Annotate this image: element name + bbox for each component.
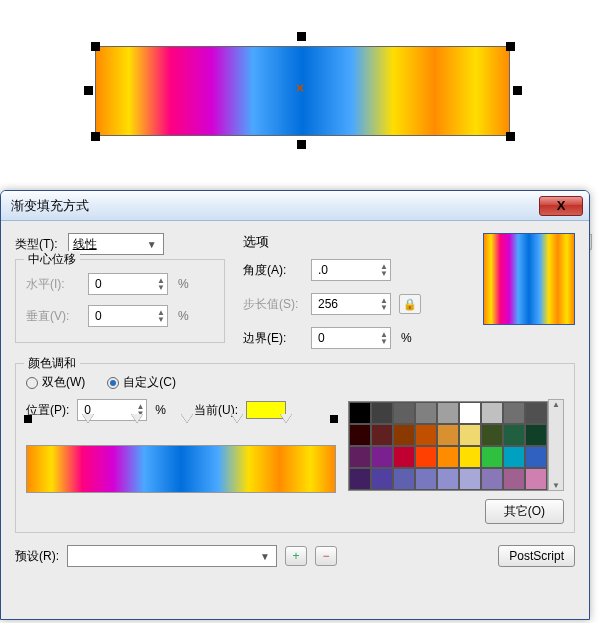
palette-swatch[interactable] bbox=[415, 446, 437, 468]
palette-swatch[interactable] bbox=[371, 402, 393, 424]
palette-swatch[interactable] bbox=[393, 402, 415, 424]
radio-icon bbox=[26, 377, 38, 389]
lock-icon[interactable]: 🔒 bbox=[399, 294, 421, 314]
gradient-editor[interactable] bbox=[26, 445, 336, 493]
titlebar[interactable]: 渐变填充方式 X bbox=[1, 191, 589, 221]
selection-handle-s[interactable] bbox=[297, 140, 306, 149]
percent-suffix: % bbox=[401, 331, 412, 345]
palette-swatch[interactable] bbox=[415, 424, 437, 446]
spin-arrows-icon[interactable]: ▲▼ bbox=[380, 297, 388, 311]
selection-handle-sw[interactable] bbox=[91, 132, 100, 141]
twocolor-radio[interactable]: 双色(W) bbox=[26, 374, 85, 391]
spin-arrows-icon[interactable]: ▲▼ bbox=[380, 331, 388, 345]
color-harmony-group: 颜色调和 双色(W) 自定义(C) 位置(P): bbox=[15, 363, 575, 533]
type-combo[interactable]: 线性 ▼ bbox=[68, 233, 164, 255]
selection-handle-w[interactable] bbox=[84, 86, 93, 95]
palette-swatch[interactable] bbox=[459, 402, 481, 424]
border-label: 边界(E): bbox=[243, 330, 303, 347]
palette-swatch[interactable] bbox=[349, 446, 371, 468]
palette-swatch[interactable] bbox=[525, 424, 547, 446]
custom-radio[interactable]: 自定义(C) bbox=[107, 374, 176, 391]
palette-swatch[interactable] bbox=[525, 402, 547, 424]
palette-swatch[interactable] bbox=[349, 402, 371, 424]
vertical-spinner[interactable]: ▲▼ bbox=[88, 305, 168, 327]
palette-swatch[interactable] bbox=[437, 468, 459, 490]
twocolor-label: 双色(W) bbox=[42, 374, 85, 391]
palette-swatch[interactable] bbox=[503, 446, 525, 468]
palette-swatch[interactable] bbox=[481, 446, 503, 468]
gradient-stop[interactable] bbox=[82, 414, 94, 423]
step-spinner[interactable]: ▲▼ bbox=[311, 293, 391, 315]
palette-swatch[interactable] bbox=[459, 446, 481, 468]
plus-icon: + bbox=[292, 549, 299, 563]
step-input[interactable] bbox=[318, 297, 358, 311]
preset-add-button[interactable]: + bbox=[285, 546, 307, 566]
palette-swatch[interactable] bbox=[371, 424, 393, 446]
gradient-stop[interactable] bbox=[131, 414, 143, 423]
palette-swatch[interactable] bbox=[415, 468, 437, 490]
palette-swatch[interactable] bbox=[503, 402, 525, 424]
palette-swatch[interactable] bbox=[393, 468, 415, 490]
type-value: 线性 bbox=[73, 236, 97, 253]
harmony-legend: 颜色调和 bbox=[24, 355, 80, 372]
palette-swatch[interactable] bbox=[393, 446, 415, 468]
preset-remove-button[interactable]: − bbox=[315, 546, 337, 566]
angle-input[interactable] bbox=[318, 263, 358, 277]
gradient-stop[interactable] bbox=[231, 414, 243, 423]
custom-label: 自定义(C) bbox=[123, 374, 176, 391]
gradient-stop-end[interactable] bbox=[330, 415, 338, 423]
center-offset-legend: 中心位移 bbox=[24, 251, 80, 268]
postscript-button[interactable]: PostScript bbox=[498, 545, 575, 567]
selection-handle-nw[interactable] bbox=[91, 42, 100, 51]
spin-arrows-icon[interactable]: ▲▼ bbox=[157, 309, 165, 323]
selection-handle-ne[interactable] bbox=[506, 42, 515, 51]
gradient-stop[interactable] bbox=[181, 414, 193, 423]
border-spinner[interactable]: ▲▼ bbox=[311, 327, 391, 349]
minus-icon: − bbox=[322, 549, 329, 563]
selection-handle-n[interactable] bbox=[297, 32, 306, 41]
palette-swatch[interactable] bbox=[503, 468, 525, 490]
selection-handle-e[interactable] bbox=[513, 86, 522, 95]
palette-swatch[interactable] bbox=[437, 402, 459, 424]
gradient-stop-start[interactable] bbox=[24, 415, 32, 423]
center-offset-group: 中心位移 水平(I): ▲▼ % 垂直(V): ▲▼ bbox=[15, 259, 225, 343]
vertical-input[interactable] bbox=[95, 309, 135, 323]
palette-swatch[interactable] bbox=[393, 424, 415, 446]
palette-swatch[interactable] bbox=[437, 446, 459, 468]
percent-suffix: % bbox=[178, 309, 189, 323]
vertical-label: 垂直(V): bbox=[26, 308, 80, 325]
spin-arrows-icon[interactable]: ▲▼ bbox=[157, 277, 165, 291]
percent-suffix: % bbox=[155, 403, 166, 417]
preset-combo[interactable]: ▼ bbox=[67, 545, 277, 567]
horizontal-label: 水平(I): bbox=[26, 276, 80, 293]
palette-scrollbar[interactable]: ▲▼ bbox=[548, 399, 564, 491]
palette-swatch[interactable] bbox=[437, 424, 459, 446]
border-input[interactable] bbox=[318, 331, 358, 345]
selection-center-marker[interactable]: × bbox=[296, 80, 304, 96]
palette-swatch[interactable] bbox=[371, 468, 393, 490]
palette-swatch[interactable] bbox=[481, 402, 503, 424]
selection-handle-se[interactable] bbox=[506, 132, 515, 141]
gradient-stop[interactable] bbox=[280, 414, 292, 423]
horizontal-input[interactable] bbox=[95, 277, 135, 291]
palette-swatch[interactable] bbox=[371, 446, 393, 468]
palette-swatch[interactable] bbox=[525, 468, 547, 490]
spin-arrows-icon[interactable]: ▲▼ bbox=[380, 263, 388, 277]
palette-swatch[interactable] bbox=[415, 402, 437, 424]
palette-swatch[interactable] bbox=[349, 468, 371, 490]
palette-swatch[interactable] bbox=[459, 424, 481, 446]
palette-swatch[interactable] bbox=[525, 446, 547, 468]
chevron-down-icon: ▼ bbox=[145, 239, 159, 250]
close-button[interactable]: X bbox=[539, 196, 583, 216]
options-legend: 选项 bbox=[243, 233, 457, 251]
palette-swatch[interactable] bbox=[481, 424, 503, 446]
step-label: 步长值(S): bbox=[243, 296, 303, 313]
other-colors-button[interactable]: 其它(O) bbox=[485, 499, 564, 524]
angle-spinner[interactable]: ▲▼ bbox=[311, 259, 391, 281]
palette-swatch[interactable] bbox=[459, 468, 481, 490]
palette-swatch[interactable] bbox=[481, 468, 503, 490]
palette-swatch[interactable] bbox=[503, 424, 525, 446]
color-palette[interactable] bbox=[348, 401, 548, 491]
horizontal-spinner[interactable]: ▲▼ bbox=[88, 273, 168, 295]
palette-swatch[interactable] bbox=[349, 424, 371, 446]
